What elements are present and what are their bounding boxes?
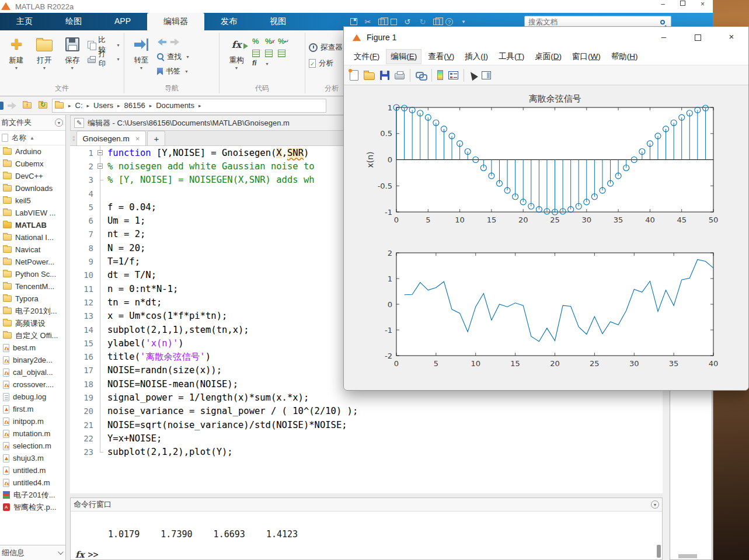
list-item[interactable]: DevC++ bbox=[0, 170, 65, 182]
code-line[interactable]: 19signal_power = 1/length(x)*sum(x.*x); bbox=[70, 391, 663, 404]
breadcrumb-segment[interactable]: 86156 bbox=[124, 101, 145, 110]
code-line[interactable]: 22Y=x+NOISE; bbox=[70, 432, 663, 445]
profiler-button[interactable]: 探查器 bbox=[309, 41, 343, 53]
list-item[interactable]: Typora bbox=[0, 293, 65, 305]
list-item[interactable]: debug.log bbox=[0, 391, 65, 403]
figure-menu-e[interactable]: 编辑(E) bbox=[386, 49, 421, 64]
list-item[interactable]: 高频课设 bbox=[0, 317, 65, 329]
ribbon-tab-4[interactable]: 发布 bbox=[204, 13, 253, 30]
list-item[interactable]: NetPower... bbox=[0, 256, 65, 268]
wrap-comment-button[interactable]: %↵ bbox=[278, 37, 291, 48]
figure-close-button[interactable]: × bbox=[715, 27, 748, 48]
list-item[interactable]: MATLAB bbox=[0, 219, 65, 231]
list-item[interactable]: binary2de... bbox=[0, 354, 65, 366]
fig-link-icon[interactable] bbox=[416, 71, 426, 79]
qat-cut-icon[interactable]: ✂ bbox=[363, 18, 372, 26]
qat-redo-icon[interactable]: ↻ bbox=[418, 18, 427, 26]
list-item[interactable]: TencentM... bbox=[0, 280, 65, 293]
details-panel-header[interactable]: 细信息 bbox=[0, 545, 66, 560]
ribbon-tab-3[interactable]: 编辑器 bbox=[147, 13, 204, 30]
comment-button[interactable]: % bbox=[252, 37, 265, 48]
list-item[interactable]: Python Sc... bbox=[0, 268, 65, 280]
breadcrumb-segment[interactable]: Users bbox=[93, 101, 113, 110]
list-item[interactable]: keil5 bbox=[0, 194, 65, 207]
list-item[interactable]: 电子201传... bbox=[0, 489, 65, 501]
folder-up-icon[interactable] bbox=[23, 102, 32, 109]
list-item[interactable]: untitled4.m bbox=[0, 476, 65, 489]
list-item[interactable]: best.m bbox=[0, 342, 65, 354]
figure-plots[interactable]: 05101520253035404550-1-0.500.51离散余弦信号x(n… bbox=[344, 85, 748, 390]
ribbon-tab-0[interactable]: 主页 bbox=[0, 13, 49, 30]
code-line[interactable]: 21NOISE=sqrt(noise_variance)/std(NOISE)*… bbox=[70, 418, 663, 432]
tab-close-icon[interactable]: × bbox=[135, 134, 140, 143]
list-item[interactable]: 自定义 Offi... bbox=[0, 329, 65, 342]
ribbon-tab-5[interactable]: 视图 bbox=[253, 13, 302, 30]
fig-colorbar-icon[interactable] bbox=[437, 70, 443, 80]
qat-save-icon[interactable] bbox=[350, 18, 357, 25]
back-arrow-icon[interactable] bbox=[157, 39, 167, 46]
smart-indent-icon[interactable] bbox=[252, 50, 260, 57]
fig-print-icon[interactable] bbox=[395, 73, 405, 79]
new-button[interactable]: ✚ 新建 ▼ bbox=[4, 33, 29, 84]
fig-open-icon[interactable] bbox=[364, 72, 375, 80]
command-scrollbar[interactable] bbox=[657, 545, 661, 558]
bookmark-button[interactable]: 书签 ▼ bbox=[157, 65, 190, 77]
fi-button[interactable]: fi bbox=[252, 59, 265, 70]
qat-window-icon[interactable] bbox=[433, 19, 440, 25]
list-item[interactable]: shuju3.m bbox=[0, 452, 65, 464]
editor-tab-gnoisegen[interactable]: Gnoisegen.m × bbox=[76, 131, 147, 145]
command-window-splitter[interactable] bbox=[70, 493, 663, 498]
main-minimize-button[interactable]: – bbox=[661, 0, 665, 8]
list-item[interactable]: National I... bbox=[0, 231, 65, 244]
list-item[interactable]: LabVIEW ... bbox=[0, 207, 65, 219]
list-item[interactable]: first.m bbox=[0, 403, 65, 415]
find-button[interactable]: 查找 ▼ bbox=[157, 51, 190, 62]
breadcrumb-segment[interactable]: C: bbox=[75, 101, 83, 110]
main-close-button[interactable]: × bbox=[701, 0, 705, 8]
qat-copy-icon[interactable] bbox=[378, 19, 385, 25]
breadcrumb[interactable]: ▸C:▸Users▸86156▸Documents▸ bbox=[52, 99, 326, 113]
analyze-button[interactable]: 分析 bbox=[309, 57, 343, 69]
figure-menu-t[interactable]: 工具(T) bbox=[494, 50, 528, 64]
ribbon-tab-1[interactable]: 绘图 bbox=[49, 13, 98, 30]
figure-maximize-button[interactable] bbox=[681, 27, 715, 48]
doc-search-input[interactable] bbox=[525, 18, 660, 26]
browse-folder-icon[interactable] bbox=[39, 102, 47, 109]
panel-splitter[interactable] bbox=[66, 115, 70, 560]
indent-left-icon[interactable] bbox=[278, 50, 285, 57]
list-item[interactable]: cal_objval... bbox=[0, 366, 65, 378]
list-item[interactable]: Navicat bbox=[0, 244, 65, 256]
ribbon-tab-2[interactable]: APP bbox=[98, 13, 147, 30]
command-prompt[interactable]: >> bbox=[88, 549, 98, 560]
list-item[interactable]: Cubemx bbox=[0, 158, 65, 170]
fig-cursor-icon[interactable] bbox=[468, 69, 478, 80]
cmd-panel-menu-icon[interactable]: ▼ bbox=[651, 500, 659, 509]
figure-menu-f[interactable]: 文件(F) bbox=[350, 50, 384, 64]
print-button[interactable]: 打印 ▼ bbox=[88, 53, 120, 65]
figure-menu-d[interactable]: 桌面(D) bbox=[531, 50, 566, 64]
indent-right-icon[interactable] bbox=[265, 50, 273, 57]
list-item[interactable]: mutation.m bbox=[0, 427, 65, 440]
qat-help-icon[interactable]: ? bbox=[445, 18, 453, 26]
figure-menu-i[interactable]: 插入(I) bbox=[461, 50, 492, 64]
figure-menu-w[interactable]: 窗口(W) bbox=[568, 50, 605, 64]
list-item[interactable]: Downloads bbox=[0, 182, 65, 194]
code-line[interactable]: 23subplot(2,1,2),plot(Y); bbox=[70, 446, 663, 459]
fig-new-icon[interactable] bbox=[350, 70, 358, 81]
goto-button[interactable]: 转至 ▼ bbox=[128, 33, 155, 84]
list-item[interactable]: selection.m bbox=[0, 440, 65, 452]
fig-save-icon[interactable] bbox=[380, 71, 389, 80]
code-line[interactable]: 20noise_variance = signal_power / ( 10^(… bbox=[70, 405, 663, 418]
name-column-header[interactable]: 名称 ▲ bbox=[0, 131, 65, 145]
figure-menu-v[interactable]: 查看(V) bbox=[424, 50, 458, 64]
list-item[interactable]: 智鹰检灾.p... bbox=[0, 501, 65, 513]
save-button[interactable]: 保存 ▼ bbox=[60, 33, 85, 84]
list-item[interactable]: crossover.... bbox=[0, 378, 65, 391]
refactor-button[interactable]: fx 重构 ▼ bbox=[223, 33, 250, 84]
forward-arrow-icon[interactable] bbox=[170, 39, 180, 46]
qat-paste-icon[interactable] bbox=[391, 19, 397, 25]
tab-drag-handle[interactable]: ⁞⁞ bbox=[70, 135, 76, 145]
list-item[interactable]: initpop.m bbox=[0, 415, 65, 427]
uncomment-button[interactable]: %✗ bbox=[265, 37, 278, 48]
list-item[interactable]: 电子201刘... bbox=[0, 305, 65, 317]
